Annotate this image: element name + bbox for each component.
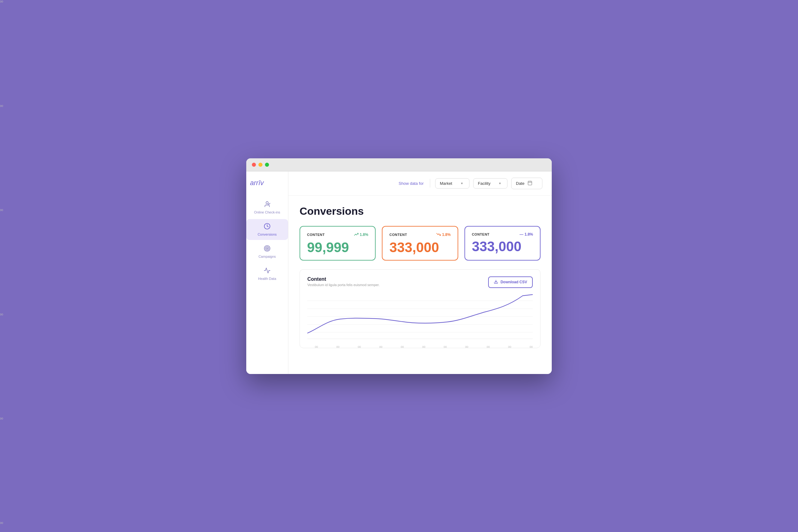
sidebar-item-health-data-label: Health Data <box>258 277 276 281</box>
health-data-icon <box>264 267 270 276</box>
card-3-value: 333,000 <box>472 240 533 253</box>
date-picker[interactable]: Date <box>511 178 543 189</box>
neutral-trend-icon: — <box>520 232 524 236</box>
page-body: Conversions CONTENT <box>288 196 552 358</box>
date-label: Date <box>516 181 524 186</box>
chart-svg <box>307 292 533 343</box>
chart-header: Content Vestibulum id ligula porta felis… <box>307 277 533 288</box>
download-csv-label: Download CSV <box>501 280 527 284</box>
maximize-button[interactable] <box>265 163 269 167</box>
chart-container: 00 00 00 00 00 00 <box>307 292 533 343</box>
header-divider <box>430 179 430 188</box>
card-3-change: — 1.8% <box>520 232 533 236</box>
chart-subtitle: Vestibulum id ligula porta felis euismod… <box>307 283 380 287</box>
campaigns-icon <box>264 245 270 253</box>
facility-chevron-icon: ▾ <box>499 182 501 186</box>
sidebar-item-campaigns-label: Campaigns <box>259 254 276 258</box>
page-title: Conversions <box>300 205 540 217</box>
sidebar-item-health-data[interactable]: Health Data <box>246 263 288 284</box>
close-button[interactable] <box>252 163 256 167</box>
download-csv-button[interactable]: Download CSV <box>488 277 533 288</box>
minimize-button[interactable] <box>259 163 263 167</box>
market-dropdown[interactable]: Market ▾ <box>435 178 470 189</box>
svg-point-4 <box>267 248 268 249</box>
cards-row: CONTENT 1.8% 99 <box>300 226 540 261</box>
conversions-icon <box>264 223 270 231</box>
main-content: Show data for Market ▾ Facility ▾ Date <box>288 171 552 374</box>
checkin-icon <box>264 201 270 209</box>
card-1-value: 99,999 <box>307 241 368 254</box>
card-2-value: 333,000 <box>390 241 451 254</box>
trending-up-icon <box>354 232 359 238</box>
svg-rect-5 <box>528 181 532 185</box>
stat-card-2: CONTENT 1.8% 33 <box>382 226 458 261</box>
sidebar-item-campaigns[interactable]: Campaigns <box>246 241 288 262</box>
facility-dropdown[interactable]: Facility ▾ <box>473 178 508 189</box>
stat-card-3: CONTENT — 1.8% 333,000 <box>464 226 540 261</box>
stat-card-1: CONTENT 1.8% 99 <box>300 226 376 261</box>
sidebar-item-conversions-label: Conversions <box>258 232 277 236</box>
show-data-label: Show data for <box>399 181 424 186</box>
card-2-label: CONTENT <box>390 233 407 236</box>
logo: arrīv <box>246 179 267 187</box>
trending-down-icon <box>436 232 441 238</box>
svg-point-3 <box>266 247 269 250</box>
calendar-icon <box>528 180 532 186</box>
card-2-header: CONTENT 1.8% <box>390 232 451 238</box>
app-window: arrīv Online Check-ins <box>246 158 552 374</box>
chart-title-group: Content Vestibulum id ligula porta felis… <box>307 277 380 287</box>
facility-label: Facility <box>478 181 490 186</box>
card-2-change: 1.8% <box>436 232 451 238</box>
header: Show data for Market ▾ Facility ▾ Date <box>288 171 552 196</box>
chart-line <box>307 294 533 333</box>
card-1-header: CONTENT 1.8% <box>307 232 368 238</box>
market-chevron-icon: ▾ <box>461 182 463 186</box>
x-axis: 00 00 00 00 00 00 00 00 00 00 00 <box>307 344 533 348</box>
svg-point-2 <box>264 245 270 251</box>
card-1-label: CONTENT <box>307 233 325 236</box>
sidebar: arrīv Online Check-ins <box>246 171 288 374</box>
sidebar-item-online-checkins-label: Online Check-ins <box>254 210 280 214</box>
card-1-change: 1.8% <box>354 232 368 238</box>
app-body: arrīv Online Check-ins <box>246 171 552 374</box>
card-3-header: CONTENT — 1.8% <box>472 232 533 236</box>
download-icon <box>494 280 498 285</box>
sidebar-item-online-checkins[interactable]: Online Check-ins <box>246 197 288 218</box>
market-label: Market <box>440 181 452 186</box>
titlebar <box>246 158 552 171</box>
sidebar-item-conversions[interactable]: Conversions <box>246 219 288 240</box>
card-3-label: CONTENT <box>472 232 490 236</box>
svg-point-0 <box>266 201 268 204</box>
chart-title: Content <box>307 277 380 282</box>
chart-section: Content Vestibulum id ligula porta felis… <box>300 269 540 348</box>
chart-svg-container: 00 00 00 00 00 00 00 00 00 00 00 <box>307 292 533 343</box>
